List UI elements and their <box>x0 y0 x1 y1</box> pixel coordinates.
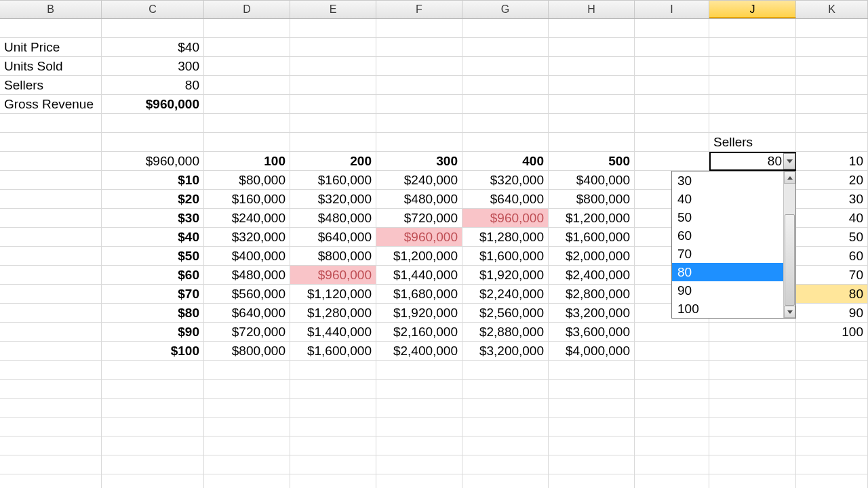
table-cell[interactable]: $480,000 <box>204 266 290 285</box>
cell[interactable] <box>549 455 635 474</box>
table-cell[interactable]: $3,600,000 <box>549 323 635 342</box>
cell[interactable] <box>635 133 709 152</box>
table-cell[interactable]: $640,000 <box>204 304 290 323</box>
cell[interactable] <box>290 455 376 474</box>
k-value[interactable]: 80 <box>796 285 868 304</box>
cell[interactable] <box>0 171 102 190</box>
label-gross-revenue[interactable]: Gross Revenue <box>0 95 102 114</box>
cell[interactable] <box>462 38 549 57</box>
table-cell[interactable]: $1,680,000 <box>376 285 462 304</box>
cell[interactable] <box>796 455 868 474</box>
cell[interactable] <box>0 380 102 399</box>
cell[interactable] <box>290 133 376 152</box>
cell[interactable] <box>0 114 102 133</box>
cell[interactable] <box>290 474 376 488</box>
cell[interactable] <box>462 361 549 380</box>
cell[interactable] <box>0 342 102 361</box>
dropdown-option[interactable]: 70 <box>672 245 783 263</box>
col-header-G[interactable]: G <box>462 0 549 18</box>
cell[interactable] <box>796 342 868 361</box>
cell[interactable] <box>290 418 376 436</box>
cell[interactable] <box>102 380 204 399</box>
cell[interactable] <box>0 304 102 323</box>
cell[interactable] <box>462 76 549 95</box>
cell[interactable] <box>635 436 709 455</box>
table-cell[interactable]: $560,000 <box>204 285 290 304</box>
cell[interactable] <box>376 133 462 152</box>
cell[interactable] <box>204 380 290 399</box>
table-row-head[interactable]: $90 <box>102 323 204 342</box>
cell[interactable] <box>376 114 462 133</box>
cell[interactable] <box>549 133 635 152</box>
cell[interactable] <box>376 436 462 455</box>
cell[interactable] <box>709 418 796 436</box>
cell[interactable] <box>376 418 462 436</box>
table-cell[interactable]: $1,440,000 <box>290 323 376 342</box>
table-cell[interactable]: $320,000 <box>290 190 376 209</box>
cell[interactable] <box>549 436 635 455</box>
value-sellers[interactable]: 80 <box>102 76 204 95</box>
table-cell[interactable]: $720,000 <box>376 209 462 228</box>
cell[interactable] <box>462 19 549 38</box>
cell[interactable] <box>290 38 376 57</box>
table-cell[interactable]: $2,400,000 <box>376 342 462 361</box>
cell[interactable] <box>102 399 204 418</box>
cell[interactable] <box>462 455 549 474</box>
table-cell[interactable]: $1,600,000 <box>462 247 549 266</box>
cell[interactable] <box>796 19 868 38</box>
cell[interactable] <box>204 418 290 436</box>
cell[interactable] <box>796 76 868 95</box>
cell[interactable] <box>635 76 709 95</box>
table-cell[interactable]: $1,120,000 <box>290 285 376 304</box>
cell[interactable] <box>204 38 290 57</box>
k-value[interactable]: 60 <box>796 247 868 266</box>
cell[interactable] <box>635 323 709 342</box>
cell[interactable] <box>204 114 290 133</box>
cell[interactable] <box>0 152 102 171</box>
dropdown-option[interactable]: 100 <box>672 300 783 318</box>
value-gross-revenue[interactable]: $960,000 <box>102 95 204 114</box>
table-cell[interactable]: $4,000,000 <box>549 342 635 361</box>
k-value[interactable]: 30 <box>796 190 868 209</box>
k-value[interactable]: 40 <box>796 209 868 228</box>
table-cell[interactable]: $960,000 <box>462 209 549 228</box>
table-cell[interactable]: $400,000 <box>204 247 290 266</box>
table-cell[interactable]: $160,000 <box>290 171 376 190</box>
cell[interactable] <box>462 418 549 436</box>
cell[interactable] <box>796 418 868 436</box>
table-row-head[interactable]: $70 <box>102 285 204 304</box>
cell[interactable] <box>0 436 102 455</box>
table-cell[interactable]: $800,000 <box>290 247 376 266</box>
cell[interactable] <box>635 399 709 418</box>
table-cell[interactable]: $2,560,000 <box>462 304 549 323</box>
cell[interactable] <box>0 474 102 488</box>
cell[interactable] <box>102 474 204 488</box>
cell[interactable] <box>549 114 635 133</box>
scroll-track[interactable] <box>784 184 795 306</box>
cell[interactable] <box>635 152 709 171</box>
cell[interactable] <box>709 38 796 57</box>
col-header-I[interactable]: I <box>635 0 709 18</box>
cell[interactable] <box>709 57 796 76</box>
dropdown-option[interactable]: 40 <box>672 190 783 208</box>
k-value[interactable]: 90 <box>796 304 868 323</box>
sellers-dropdown-list[interactable]: 30405060708090100 <box>671 171 796 319</box>
cell[interactable] <box>709 474 796 488</box>
table-corner[interactable]: $960,000 <box>102 152 204 171</box>
cell[interactable] <box>0 455 102 474</box>
value-units-sold[interactable]: 300 <box>102 57 204 76</box>
cell[interactable] <box>204 474 290 488</box>
col-header-D[interactable]: D <box>204 0 290 18</box>
cell[interactable] <box>290 57 376 76</box>
cell[interactable] <box>290 19 376 38</box>
cell[interactable] <box>549 399 635 418</box>
cell[interactable] <box>796 133 868 152</box>
cell[interactable] <box>290 76 376 95</box>
col-header-B[interactable]: B <box>0 0 102 18</box>
table-cell[interactable]: $160,000 <box>204 190 290 209</box>
cell[interactable] <box>0 190 102 209</box>
cell[interactable] <box>635 38 709 57</box>
cell[interactable] <box>0 285 102 304</box>
table-cell[interactable]: $240,000 <box>204 209 290 228</box>
cell[interactable] <box>462 399 549 418</box>
